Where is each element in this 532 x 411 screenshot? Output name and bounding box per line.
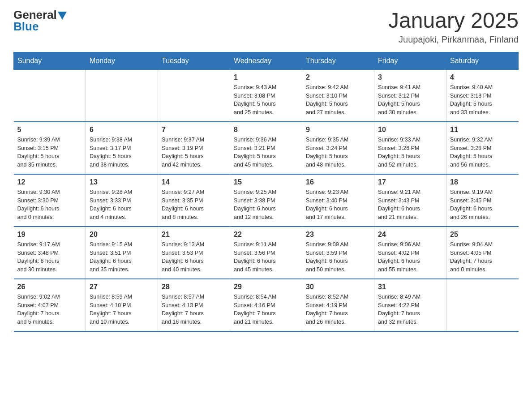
day-info: Sunrise: 9:33 AM Sunset: 3:26 PM Dayligh… (378, 136, 442, 169)
day-number: 25 (450, 231, 515, 239)
day-info: Sunrise: 9:37 AM Sunset: 3:19 PM Dayligh… (162, 136, 226, 169)
day-number: 26 (17, 283, 82, 291)
day-number: 13 (90, 178, 154, 186)
day-number: 21 (162, 231, 226, 239)
day-info: Sunrise: 9:40 AM Sunset: 3:13 PM Dayligh… (450, 83, 515, 117)
day-number: 19 (17, 231, 82, 239)
day-info: Sunrise: 9:36 AM Sunset: 3:21 PM Dayligh… (234, 136, 298, 169)
logo-triangle-icon (58, 12, 67, 20)
calendar-cell: 26Sunrise: 9:02 AM Sunset: 4:07 PM Dayli… (14, 279, 86, 331)
calendar-cell: 8Sunrise: 9:36 AM Sunset: 3:21 PM Daylig… (230, 122, 302, 174)
day-number: 31 (378, 283, 442, 291)
calendar-cell: 18Sunrise: 9:19 AM Sunset: 3:45 PM Dayli… (446, 174, 519, 227)
month-title: January 2025 (388, 9, 519, 33)
weekday-header-tuesday: Tuesday (158, 52, 230, 69)
day-info: Sunrise: 9:38 AM Sunset: 3:17 PM Dayligh… (90, 136, 154, 169)
day-info: Sunrise: 9:02 AM Sunset: 4:07 PM Dayligh… (17, 293, 82, 326)
calendar-cell: 12Sunrise: 9:30 AM Sunset: 3:30 PM Dayli… (14, 174, 86, 227)
day-info: Sunrise: 9:28 AM Sunset: 3:33 PM Dayligh… (90, 188, 154, 222)
day-info: Sunrise: 9:35 AM Sunset: 3:24 PM Dayligh… (306, 136, 370, 169)
calendar-week-row: 12Sunrise: 9:30 AM Sunset: 3:30 PM Dayli… (14, 174, 519, 227)
day-info: Sunrise: 9:39 AM Sunset: 3:15 PM Dayligh… (17, 136, 82, 169)
day-number: 17 (378, 178, 442, 186)
calendar-cell: 29Sunrise: 8:54 AM Sunset: 4:16 PM Dayli… (230, 279, 302, 331)
day-info: Sunrise: 8:59 AM Sunset: 4:10 PM Dayligh… (90, 293, 154, 326)
calendar-cell (158, 69, 230, 122)
day-number: 14 (162, 178, 226, 186)
weekday-header-wednesday: Wednesday (230, 52, 302, 69)
weekday-header-thursday: Thursday (302, 52, 374, 69)
calendar-week-row: 1Sunrise: 9:43 AM Sunset: 3:08 PM Daylig… (14, 69, 519, 122)
day-number: 4 (450, 73, 515, 81)
day-info: Sunrise: 9:32 AM Sunset: 3:28 PM Dayligh… (450, 136, 515, 169)
page-header: General Blue January 2025 Juupajoki, Pir… (13, 9, 519, 45)
day-number: 5 (17, 126, 82, 134)
day-number: 22 (234, 231, 298, 239)
weekday-header-sunday: Sunday (14, 52, 86, 69)
day-info: Sunrise: 9:19 AM Sunset: 3:45 PM Dayligh… (450, 188, 515, 222)
day-info: Sunrise: 9:13 AM Sunset: 3:53 PM Dayligh… (162, 240, 226, 274)
logo-blue-text: Blue (13, 21, 67, 32)
calendar-cell: 19Sunrise: 9:17 AM Sunset: 3:48 PM Dayli… (14, 227, 86, 279)
day-number: 28 (162, 283, 226, 291)
day-number: 2 (306, 73, 370, 81)
calendar-cell: 31Sunrise: 8:49 AM Sunset: 4:22 PM Dayli… (374, 279, 446, 331)
calendar-cell: 9Sunrise: 9:35 AM Sunset: 3:24 PM Daylig… (302, 122, 374, 174)
calendar-cell: 13Sunrise: 9:28 AM Sunset: 3:33 PM Dayli… (86, 174, 158, 227)
day-number: 30 (306, 283, 370, 291)
day-info: Sunrise: 8:57 AM Sunset: 4:13 PM Dayligh… (162, 293, 226, 326)
day-info: Sunrise: 9:11 AM Sunset: 3:56 PM Dayligh… (234, 240, 298, 274)
calendar-cell (14, 69, 86, 122)
day-info: Sunrise: 9:17 AM Sunset: 3:48 PM Dayligh… (17, 240, 82, 274)
calendar-cell: 30Sunrise: 8:52 AM Sunset: 4:19 PM Dayli… (302, 279, 374, 331)
calendar-cell: 25Sunrise: 9:04 AM Sunset: 4:05 PM Dayli… (446, 227, 519, 279)
day-number: 12 (17, 178, 82, 186)
day-number: 29 (234, 283, 298, 291)
weekday-header-monday: Monday (86, 52, 158, 69)
logo-general-text: General (13, 9, 57, 21)
calendar-cell: 28Sunrise: 8:57 AM Sunset: 4:13 PM Dayli… (158, 279, 230, 331)
calendar-week-row: 19Sunrise: 9:17 AM Sunset: 3:48 PM Dayli… (14, 227, 519, 279)
day-info: Sunrise: 9:15 AM Sunset: 3:51 PM Dayligh… (90, 240, 154, 274)
day-info: Sunrise: 9:09 AM Sunset: 3:59 PM Dayligh… (306, 240, 370, 274)
calendar-cell: 17Sunrise: 9:21 AM Sunset: 3:43 PM Dayli… (374, 174, 446, 227)
calendar-week-row: 26Sunrise: 9:02 AM Sunset: 4:07 PM Dayli… (14, 279, 519, 331)
day-number: 15 (234, 178, 298, 186)
weekday-header-friday: Friday (374, 52, 446, 69)
day-info: Sunrise: 9:21 AM Sunset: 3:43 PM Dayligh… (378, 188, 442, 222)
day-number: 20 (90, 231, 154, 239)
day-number: 16 (306, 178, 370, 186)
calendar-cell: 15Sunrise: 9:25 AM Sunset: 3:38 PM Dayli… (230, 174, 302, 227)
calendar-cell: 6Sunrise: 9:38 AM Sunset: 3:17 PM Daylig… (86, 122, 158, 174)
logo: General Blue (13, 9, 67, 32)
day-info: Sunrise: 9:42 AM Sunset: 3:10 PM Dayligh… (306, 83, 370, 117)
calendar-cell: 3Sunrise: 9:41 AM Sunset: 3:12 PM Daylig… (374, 69, 446, 122)
calendar-cell (446, 279, 519, 331)
day-number: 6 (90, 126, 154, 134)
day-info: Sunrise: 9:06 AM Sunset: 4:02 PM Dayligh… (378, 240, 442, 274)
day-number: 8 (234, 126, 298, 134)
calendar-cell: 21Sunrise: 9:13 AM Sunset: 3:53 PM Dayli… (158, 227, 230, 279)
calendar-cell: 27Sunrise: 8:59 AM Sunset: 4:10 PM Dayli… (86, 279, 158, 331)
calendar-cell: 7Sunrise: 9:37 AM Sunset: 3:19 PM Daylig… (158, 122, 230, 174)
day-info: Sunrise: 9:43 AM Sunset: 3:08 PM Dayligh… (234, 83, 298, 117)
day-number: 10 (378, 126, 442, 134)
header-right: January 2025 Juupajoki, Pirkanmaa, Finla… (388, 9, 519, 45)
day-info: Sunrise: 9:27 AM Sunset: 3:35 PM Dayligh… (162, 188, 226, 222)
calendar-table: SundayMondayTuesdayWednesdayThursdayFrid… (13, 52, 519, 332)
location-subtitle: Juupajoki, Pirkanmaa, Finland (388, 34, 519, 45)
day-number: 24 (378, 231, 442, 239)
calendar-cell: 4Sunrise: 9:40 AM Sunset: 3:13 PM Daylig… (446, 69, 519, 122)
calendar-cell: 10Sunrise: 9:33 AM Sunset: 3:26 PM Dayli… (374, 122, 446, 174)
calendar-cell: 24Sunrise: 9:06 AM Sunset: 4:02 PM Dayli… (374, 227, 446, 279)
day-info: Sunrise: 8:54 AM Sunset: 4:16 PM Dayligh… (234, 293, 298, 326)
calendar-cell: 11Sunrise: 9:32 AM Sunset: 3:28 PM Dayli… (446, 122, 519, 174)
day-number: 9 (306, 126, 370, 134)
calendar-cell: 1Sunrise: 9:43 AM Sunset: 3:08 PM Daylig… (230, 69, 302, 122)
day-number: 3 (378, 73, 442, 81)
day-info: Sunrise: 8:52 AM Sunset: 4:19 PM Dayligh… (306, 293, 370, 326)
calendar-cell: 22Sunrise: 9:11 AM Sunset: 3:56 PM Dayli… (230, 227, 302, 279)
calendar-cell: 23Sunrise: 9:09 AM Sunset: 3:59 PM Dayli… (302, 227, 374, 279)
day-info: Sunrise: 9:04 AM Sunset: 4:05 PM Dayligh… (450, 240, 515, 274)
day-number: 7 (162, 126, 226, 134)
